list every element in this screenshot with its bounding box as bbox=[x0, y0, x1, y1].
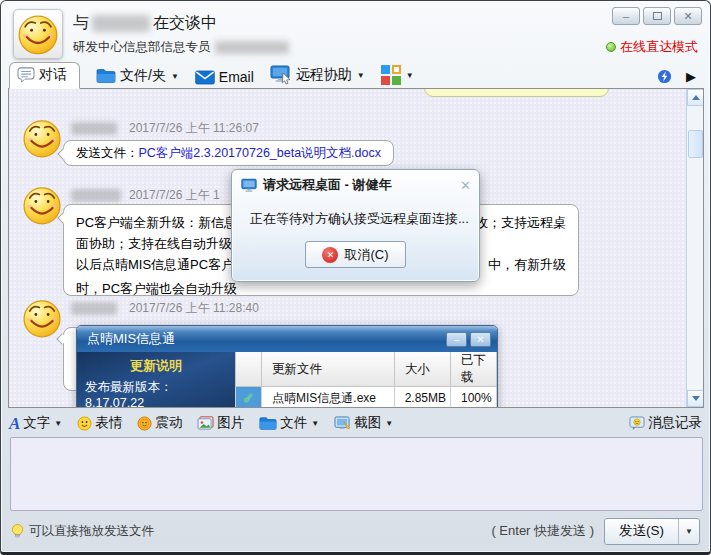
capture-button-label: 截图 bbox=[354, 414, 381, 432]
title-suffix: 在交谈中 bbox=[153, 13, 217, 34]
file-send-prefix: 发送文件： bbox=[76, 145, 139, 162]
title-prefix: 与 bbox=[73, 13, 89, 34]
dialog-titlebar: 请求远程桌面 - 谢健年 ✕ bbox=[232, 170, 479, 196]
updater-title: 点晴MIS信息通 bbox=[87, 330, 175, 348]
tab-chat[interactable]: 对话 bbox=[9, 62, 80, 89]
update-files-panel: 更新文件 大小 已下载 ✓ 点晴MIS信息通.exe 2.85MB 100% bbox=[235, 352, 497, 408]
sent-file-link[interactable]: PC客户端2.3.20170726_beta说明文档.docx bbox=[139, 145, 382, 162]
cancel-x-icon: ✕ bbox=[322, 247, 338, 263]
screenshot-icon bbox=[334, 416, 351, 431]
scrollbar-thumb[interactable] bbox=[688, 130, 703, 158]
downloaded-column-header: 已下载 bbox=[451, 352, 497, 387]
scroll-down-button[interactable] bbox=[687, 390, 704, 407]
message-input[interactable] bbox=[10, 437, 703, 511]
updater-titlebar: 点晴MIS信息通 – ✕ bbox=[77, 326, 497, 352]
contact-role: 研发中心信息部信息专员 bbox=[73, 39, 211, 56]
partial-outgoing-bubble bbox=[424, 88, 609, 97]
window-controls: – ✕ bbox=[612, 7, 702, 25]
shake-button[interactable]: 震动 bbox=[137, 414, 182, 432]
close-icon: ✕ bbox=[476, 334, 484, 345]
message-timestamp: 2017/7/26 上午 11:26:07 bbox=[129, 120, 259, 137]
minimize-icon: – bbox=[623, 10, 629, 22]
capture-button[interactable]: 截图 ▼ bbox=[334, 414, 393, 432]
chat-history-panel: 2017/7/26 上午 11:26:07 发送文件： PC客户端2.3.201… bbox=[8, 88, 704, 408]
history-button-label: 消息记录 bbox=[648, 414, 702, 432]
envelope-icon bbox=[195, 70, 215, 85]
remote-desktop-icon bbox=[270, 65, 292, 85]
bulb-icon bbox=[11, 523, 24, 540]
online-dot-icon bbox=[606, 42, 616, 52]
files-button[interactable]: 文件/夹 ▼ bbox=[96, 67, 179, 85]
send-button-group: 发送(S) ▼ bbox=[604, 518, 700, 545]
line-text: 收；支持远程桌 bbox=[475, 212, 566, 233]
close-button[interactable]: ✕ bbox=[674, 7, 702, 25]
send-options-button[interactable]: ▼ bbox=[678, 519, 699, 544]
online-status: 在线直达模式 bbox=[606, 38, 698, 56]
sync-icon[interactable] bbox=[657, 69, 672, 84]
image-button[interactable]: 图片 bbox=[197, 414, 244, 432]
files-button-label: 文件/夹 bbox=[120, 67, 166, 85]
file-button[interactable]: 文件 ▼ bbox=[259, 414, 319, 432]
folder-icon bbox=[259, 416, 277, 431]
chevron-down-icon: ▼ bbox=[357, 71, 365, 80]
page-title: 与 在交谈中 bbox=[73, 13, 217, 34]
emotion-button[interactable]: 表情 bbox=[77, 414, 122, 432]
file-column-header: 更新文件 bbox=[262, 352, 395, 387]
history-button[interactable]: 消息记录 bbox=[629, 414, 702, 432]
update-files-table: 更新文件 大小 已下载 ✓ 点晴MIS信息通.exe 2.85MB 100% bbox=[235, 352, 497, 408]
minimize-button[interactable]: – bbox=[612, 7, 640, 25]
close-icon: ✕ bbox=[683, 10, 692, 23]
close-button[interactable]: ✕ bbox=[470, 332, 491, 347]
restore-button[interactable] bbox=[643, 7, 671, 25]
font-button[interactable]: A 文字 ▼ bbox=[9, 414, 62, 432]
emotion-face-icon bbox=[77, 416, 92, 431]
chevron-down-icon: ▼ bbox=[54, 419, 62, 428]
updater-body: 更新说明 发布最新版本：8.17.07.22 优化内容： 更新文件 大小 已下载 bbox=[77, 352, 497, 408]
update-notes-panel: 更新说明 发布最新版本：8.17.07.22 优化内容： bbox=[77, 352, 235, 408]
message-timestamp: 2017/7/26 上午 11:28:40 bbox=[129, 300, 259, 317]
drag-drop-tip: 可以直接拖放发送文件 bbox=[11, 523, 154, 540]
message-timestamp: 2017/7/26 上午 1 bbox=[129, 187, 220, 204]
scroll-down-icon bbox=[692, 396, 700, 401]
contact-subtitle: 研发中心信息部信息专员 bbox=[73, 39, 289, 56]
remote-assist-button[interactable]: 远程协助 ▼ bbox=[270, 65, 365, 85]
size-column-header: 大小 bbox=[394, 352, 450, 387]
expand-arrow-icon[interactable]: ▶ bbox=[686, 69, 696, 84]
color-grid-icon bbox=[381, 65, 401, 85]
redacted-subtitle-text bbox=[215, 41, 289, 54]
email-button[interactable]: Email bbox=[195, 69, 254, 85]
file-name-cell: 点晴MIS信息通.exe bbox=[262, 387, 395, 409]
update-notes-heading: 更新说明 bbox=[85, 357, 227, 375]
send-button[interactable]: 发送(S) bbox=[605, 519, 678, 544]
minimize-icon: – bbox=[454, 334, 460, 345]
folder-icon bbox=[96, 68, 116, 84]
emotion-button-label: 表情 bbox=[95, 414, 122, 432]
dialog-title: 请求远程桌面 - 谢健年 bbox=[263, 176, 392, 194]
font-button-label: 文字 bbox=[23, 414, 50, 432]
avatar bbox=[13, 9, 63, 59]
table-header-row: 更新文件 大小 已下载 bbox=[236, 352, 497, 387]
restore-icon bbox=[653, 12, 662, 20]
chat-scrollbar[interactable] bbox=[686, 89, 703, 407]
line-text: 时，PC客户端也会自动升级 bbox=[76, 278, 237, 299]
monitor-icon bbox=[241, 178, 257, 193]
close-icon[interactable]: ✕ bbox=[460, 178, 471, 193]
message-history-icon bbox=[629, 416, 645, 431]
cancel-button[interactable]: ✕ 取消(C) bbox=[305, 241, 405, 268]
updater-window: 点晴MIS信息通 – ✕ 更新说明 发布最新版本：8.17.07.22 优化内容… bbox=[76, 325, 498, 408]
scroll-up-button[interactable] bbox=[687, 89, 704, 106]
apps-grid-button[interactable]: ▼ bbox=[381, 65, 414, 85]
composer-toolbar: A 文字 ▼ 表情 震动 图片 文件 ▼ 截图 ▼ 消息记录 bbox=[9, 410, 702, 436]
redacted-contact-name bbox=[92, 15, 150, 32]
font-icon: A bbox=[9, 415, 20, 432]
redacted-sender-name bbox=[71, 122, 117, 135]
send-button-label: 发送(S) bbox=[619, 522, 664, 540]
file-size-cell: 2.85MB bbox=[394, 387, 450, 409]
minimize-button[interactable]: – bbox=[446, 332, 467, 347]
chevron-down-icon: ▼ bbox=[406, 71, 414, 80]
toolbar-right: ▶ bbox=[657, 69, 696, 84]
line-text: PC客户端全新升级：新信息 bbox=[76, 212, 237, 233]
downloaded-cell: 100% bbox=[451, 387, 497, 409]
remote-assist-label: 远程协助 bbox=[296, 66, 352, 84]
smiley-avatar-icon bbox=[21, 297, 63, 339]
